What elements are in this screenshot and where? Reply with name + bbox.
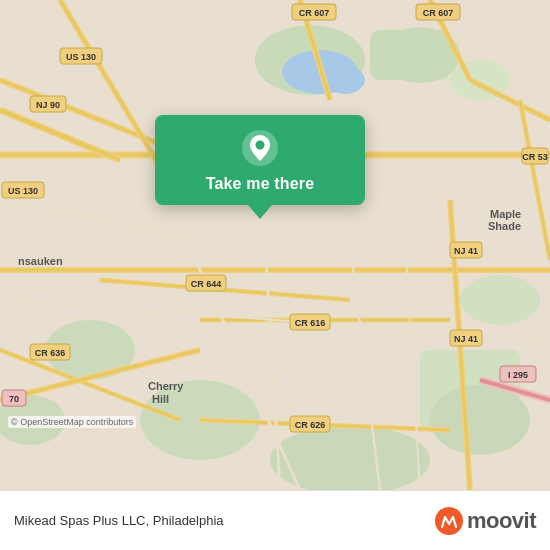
popup-card[interactable]: Take me there xyxy=(155,115,365,205)
svg-text:I 295: I 295 xyxy=(508,370,528,380)
svg-text:70: 70 xyxy=(9,394,19,404)
svg-point-8 xyxy=(430,385,530,455)
svg-text:CR 53: CR 53 xyxy=(522,152,548,162)
svg-text:CR 626: CR 626 xyxy=(295,420,326,430)
copyright-label: © OpenStreetMap contributors xyxy=(8,416,136,428)
svg-text:US 130: US 130 xyxy=(8,186,38,196)
svg-text:Maple: Maple xyxy=(490,208,521,220)
svg-text:Hill: Hill xyxy=(152,393,169,405)
moovit-logo: moovit xyxy=(435,507,536,535)
svg-text:nsauken: nsauken xyxy=(18,255,63,267)
svg-point-13 xyxy=(325,66,365,94)
svg-text:Cherry: Cherry xyxy=(148,380,184,392)
map-container: CR 607 CR 607 NJ 90 US 130 US 130 CR 53 … xyxy=(0,0,550,490)
svg-text:CR 616: CR 616 xyxy=(295,318,326,328)
svg-text:CR 607: CR 607 xyxy=(423,8,454,18)
location-label: Mikead Spas Plus LLC, Philadelphia xyxy=(14,513,224,528)
popup-label: Take me there xyxy=(206,175,315,193)
location-pin-icon xyxy=(241,129,279,167)
svg-text:CR 636: CR 636 xyxy=(35,348,66,358)
svg-point-87 xyxy=(435,507,463,535)
svg-point-86 xyxy=(256,141,265,150)
svg-text:CR 644: CR 644 xyxy=(191,279,222,289)
svg-point-11 xyxy=(460,275,540,325)
svg-text:NJ 41: NJ 41 xyxy=(454,246,478,256)
moovit-text: moovit xyxy=(467,508,536,534)
svg-text:US 130: US 130 xyxy=(66,52,96,62)
moovit-logo-icon xyxy=(435,507,463,535)
svg-rect-3 xyxy=(370,30,450,80)
bottom-bar: Mikead Spas Plus LLC, Philadelphia moovi… xyxy=(0,490,550,550)
svg-text:CR 607: CR 607 xyxy=(299,8,330,18)
svg-text:NJ 90: NJ 90 xyxy=(36,100,60,110)
svg-text:Shade: Shade xyxy=(488,220,521,232)
svg-text:NJ 41: NJ 41 xyxy=(454,334,478,344)
